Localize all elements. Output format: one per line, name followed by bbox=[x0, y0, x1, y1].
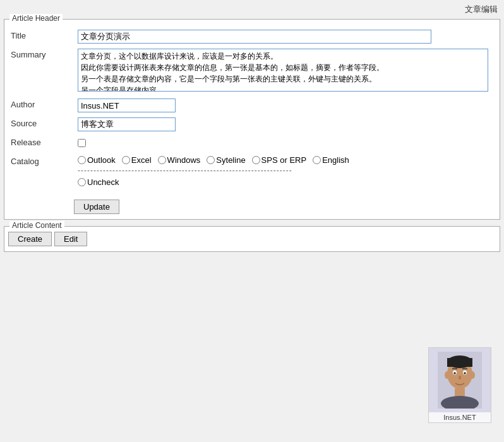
title-input[interactable] bbox=[78, 30, 431, 44]
catalog-item-excel[interactable]: Excel bbox=[122, 155, 152, 165]
release-checkbox[interactable] bbox=[78, 139, 86, 147]
uncheck-label: Uncheck bbox=[87, 177, 119, 187]
title-label: Title bbox=[8, 28, 78, 40]
author-label: Author bbox=[8, 97, 78, 109]
catalog-radio-windows[interactable] bbox=[158, 156, 166, 164]
svg-point-13 bbox=[445, 371, 450, 379]
catalog-divider: ----------------------------------------… bbox=[78, 166, 496, 175]
catalog-radio-syteline[interactable] bbox=[207, 156, 215, 164]
catalog-item-syteline[interactable]: Syteline bbox=[207, 155, 245, 165]
catalog-options-row: Outlook Excel Windows Syteline bbox=[78, 155, 496, 165]
edit-button[interactable]: Edit bbox=[54, 232, 87, 246]
avatar: Insus.NET bbox=[428, 347, 491, 423]
svg-point-14 bbox=[470, 371, 475, 379]
summary-label: Summary bbox=[8, 47, 78, 59]
update-button[interactable]: Update bbox=[74, 200, 119, 214]
catalog-radio-excel[interactable] bbox=[122, 156, 130, 164]
catalog-radio-english[interactable] bbox=[313, 156, 321, 164]
release-label: Release bbox=[8, 135, 78, 147]
catalog-item-sps-erp[interactable]: SPS or ERP bbox=[252, 155, 307, 165]
article-header-legend: Article Header bbox=[9, 14, 63, 23]
svg-rect-5 bbox=[447, 358, 472, 367]
article-content-legend: Article Content bbox=[9, 221, 64, 230]
catalog-item-outlook[interactable]: Outlook bbox=[78, 155, 116, 165]
catalog-label: Catalog bbox=[8, 154, 78, 166]
catalog-radio-sps-erp[interactable] bbox=[252, 156, 260, 164]
avatar-label: Insus.NET bbox=[429, 412, 491, 422]
page-title: 文章编辑 bbox=[465, 4, 498, 14]
catalog-radio-outlook[interactable] bbox=[78, 156, 86, 164]
svg-point-12 bbox=[459, 376, 461, 379]
catalog-item-english[interactable]: English bbox=[313, 155, 349, 165]
catalog-item-windows[interactable]: Windows bbox=[158, 155, 201, 165]
svg-point-9 bbox=[464, 372, 466, 374]
create-button[interactable]: Create bbox=[8, 232, 52, 246]
source-label: Source bbox=[8, 116, 78, 128]
catalog-radio-uncheck[interactable] bbox=[78, 178, 86, 186]
summary-textarea[interactable]: 文章分页，这个以数据库设计来说，应该是一对多的关系。 因此你需要设计两张表来存储… bbox=[78, 49, 488, 92]
uncheck-row: Uncheck bbox=[78, 177, 496, 187]
catalog-item-uncheck[interactable]: Uncheck bbox=[78, 177, 119, 187]
author-input[interactable] bbox=[78, 99, 176, 112]
svg-point-8 bbox=[453, 372, 456, 374]
source-input[interactable] bbox=[78, 117, 176, 131]
avatar-image bbox=[429, 348, 491, 412]
